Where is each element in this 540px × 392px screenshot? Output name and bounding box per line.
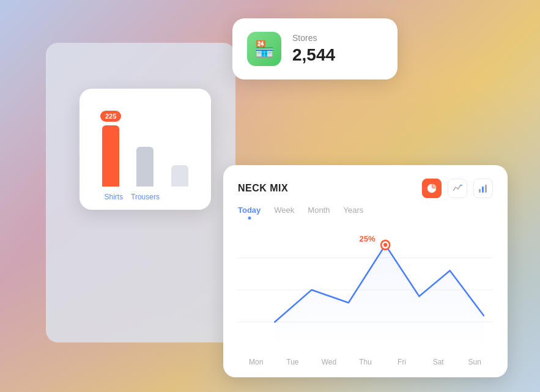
bar-trousers bbox=[136, 147, 153, 187]
line-card-header: NECK MIX bbox=[238, 179, 493, 198]
bar-label-shirts: Shirts bbox=[98, 193, 130, 201]
svg-rect-2 bbox=[485, 185, 487, 193]
x-label-sun: Sun bbox=[456, 358, 493, 366]
bar-group-extra bbox=[167, 149, 193, 187]
x-label-thu: Thu bbox=[347, 358, 384, 366]
tab-month[interactable]: Month bbox=[308, 205, 330, 216]
tab-dot bbox=[248, 216, 251, 220]
tab-week[interactable]: Week bbox=[274, 205, 294, 216]
bar-group-shirts: 225 bbox=[98, 111, 124, 187]
bar-shirts bbox=[102, 125, 119, 187]
svg-rect-1 bbox=[482, 187, 484, 193]
pie-chart-icon bbox=[427, 183, 437, 193]
svg-rect-0 bbox=[479, 189, 481, 193]
tab-years[interactable]: Years bbox=[343, 205, 363, 216]
bar-chart-icon2 bbox=[478, 183, 488, 193]
line-chart-btn[interactable] bbox=[448, 179, 467, 198]
x-label-mon: Mon bbox=[238, 358, 275, 366]
line-chart-svg bbox=[238, 226, 493, 354]
stores-icon: 🏪 bbox=[247, 32, 281, 66]
bar-badge: 225 bbox=[100, 111, 121, 122]
stores-card: 🏪 Stores 2,544 bbox=[232, 18, 398, 80]
stores-label: Stores bbox=[292, 33, 335, 43]
peak-dot bbox=[383, 243, 387, 246]
x-label-wed: Wed bbox=[311, 358, 347, 366]
pie-chart-btn[interactable] bbox=[422, 179, 442, 198]
bar-extra bbox=[171, 165, 188, 187]
bar-chart-card: 225 Shirts Trousers bbox=[80, 89, 211, 210]
stores-value: 2,544 bbox=[292, 45, 335, 65]
chart-container: 25% bbox=[238, 226, 493, 354]
tabs-row: Today Week Month Years bbox=[238, 205, 493, 216]
line-chart-card: NECK MIX bbox=[223, 165, 508, 377]
bar-group-trousers bbox=[132, 131, 158, 187]
percent-label: 25% bbox=[360, 234, 375, 243]
bar-chart-area: 225 bbox=[92, 101, 199, 187]
bar-label-empty bbox=[161, 193, 193, 201]
x-axis-labels: Mon Tue Wed Thu Fri Sat Sun bbox=[238, 354, 493, 366]
stores-info: Stores 2,544 bbox=[292, 33, 335, 65]
x-label-fri: Fri bbox=[383, 358, 420, 366]
bar-labels: Shirts Trousers bbox=[92, 193, 199, 201]
bar-chart-btn[interactable] bbox=[473, 179, 493, 198]
chart-title: NECK MIX bbox=[238, 183, 288, 194]
chart-type-icons bbox=[422, 179, 493, 198]
line-chart-fill bbox=[275, 245, 484, 351]
line-chart-icon bbox=[453, 183, 462, 193]
x-label-sat: Sat bbox=[420, 358, 457, 366]
x-label-tue: Tue bbox=[275, 358, 311, 366]
tab-today[interactable]: Today bbox=[238, 205, 261, 216]
bar-label-trousers: Trousers bbox=[130, 193, 161, 201]
